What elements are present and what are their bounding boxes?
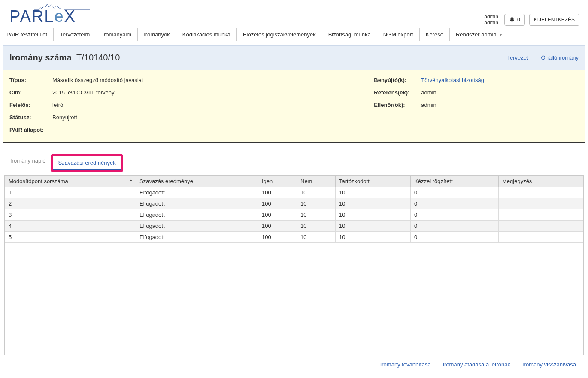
value-statusz: Benyújtott	[52, 114, 77, 121]
cell-nem: 10	[297, 221, 336, 232]
label-statusz: Státusz:	[9, 114, 52, 121]
cell-kezzel: 0	[411, 209, 499, 221]
cell-tart: 10	[336, 232, 411, 243]
cell-sorszam: 5	[5, 232, 136, 243]
cell-igen: 100	[258, 232, 297, 243]
col-tartozkodott[interactable]: Tartózkodott	[336, 176, 411, 187]
cell-megj	[499, 209, 583, 221]
col-modositopont-sorszama[interactable]: Módosítópont sorszáma▲	[5, 176, 136, 187]
col-megjegyzes[interactable]: Megjegyzés	[499, 176, 583, 187]
table-row[interactable]: 2Elfogadott10010100	[5, 198, 583, 209]
cell-nem: 10	[297, 209, 336, 221]
menu-pair-tesztfelulet[interactable]: PAIR tesztfelület	[0, 28, 54, 41]
cell-igen: 100	[258, 209, 297, 221]
cell-eredmeny: Elfogadott	[136, 198, 258, 209]
menu-elozetes-jogiszakvelemenyek[interactable]: Előzetes jogiszakvélemények	[237, 28, 322, 41]
action-iromany-visszahivasa[interactable]: Iromány visszahívása	[522, 361, 576, 368]
cell-sorszam: 1	[5, 187, 136, 198]
cell-kezzel: 0	[411, 221, 499, 232]
col-nem[interactable]: Nem	[297, 176, 336, 187]
highlight-ring: Szavazási eredmények	[51, 154, 123, 172]
cell-nem: 10	[297, 198, 336, 209]
cell-kezzel: 0	[411, 198, 499, 209]
tab-iromany-naplo[interactable]: Iromány napló	[5, 154, 51, 172]
menu-rendszer-admin[interactable]: Rendszer admin ▾	[450, 28, 508, 41]
table-row[interactable]: 5Elfogadott10010100	[5, 232, 583, 243]
user-role: admin	[484, 20, 498, 26]
value-felelos: leíró	[52, 102, 63, 108]
cell-igen: 100	[258, 198, 297, 209]
value-benyujto[interactable]: Törvényalkotási bizottság	[421, 77, 484, 83]
value-ellenor: admin	[421, 102, 436, 108]
cell-tart: 10	[336, 187, 411, 198]
cell-tart: 10	[336, 198, 411, 209]
info-panel: Típus:Második összegző módosító javaslat…	[3, 70, 585, 143]
table-row[interactable]: 4Elfogadott10010100	[5, 221, 583, 232]
info-col-left: Típus:Második összegző módosító javaslat…	[9, 77, 143, 133]
bell-icon	[509, 17, 515, 23]
cell-sorszam: 3	[5, 209, 136, 221]
cell-igen: 100	[258, 187, 297, 198]
table-row[interactable]: 1Elfogadott10010100	[5, 187, 583, 198]
header-panel: Iromány száma T/10140/10 Tervezet Önálló…	[3, 45, 585, 70]
topbar: PARLeX admin admin 0 KIJELENTKEZÉS	[0, 0, 588, 28]
label-ellenor: Ellenőr(ök):	[374, 102, 421, 108]
action-iromany-tovabbitasa[interactable]: Iromány továbbítása	[380, 361, 431, 368]
cell-nem: 10	[297, 187, 336, 198]
label-cim: Cím:	[9, 89, 52, 96]
cell-eredmeny: Elfogadott	[136, 187, 258, 198]
value-referens: admin	[421, 89, 436, 96]
menu-bizottsagi-munka[interactable]: Bizottsági munka	[322, 28, 377, 41]
table-row[interactable]: 3Elfogadott10010100	[5, 209, 583, 221]
logo[interactable]: PARLeX	[9, 2, 90, 26]
logout-button[interactable]: KIJELENTKEZÉS	[529, 14, 579, 26]
link-onallo-iromany[interactable]: Önálló iromány	[541, 54, 579, 61]
table-header-row: Módosítópont sorszáma▲ Szavazás eredmény…	[5, 176, 583, 187]
menu-tervezeteim[interactable]: Tervezeteim	[54, 28, 96, 41]
notifications-button[interactable]: 0	[504, 14, 525, 26]
cell-nem: 10	[297, 232, 336, 243]
page-title-label: Iromány száma	[9, 53, 72, 62]
action-iromany-atadasa-leironak[interactable]: Iromány átadása a leírónak	[443, 361, 510, 368]
cell-eredmeny: Elfogadott	[136, 232, 258, 243]
cell-igen: 100	[258, 221, 297, 232]
col-kezzel-rogzitett[interactable]: Kézzel rögzített	[411, 176, 499, 187]
link-tervezet[interactable]: Tervezet	[507, 54, 528, 61]
menu-kereso[interactable]: Kereső	[420, 28, 450, 41]
cell-sorszam: 4	[5, 221, 136, 232]
document-number: T/10140/10	[76, 53, 120, 62]
tab-szavazasi-eredmenyek[interactable]: Szavazási eredmények	[53, 156, 121, 170]
cell-kezzel: 0	[411, 187, 499, 198]
results-grid: Módosítópont sorszáma▲ Szavazás eredmény…	[4, 175, 584, 355]
subtabs: Iromány napló Szavazási eredmények	[3, 154, 585, 172]
label-pair-allapot: PAIR állapot:	[9, 127, 52, 133]
menu-ngm-export[interactable]: NGM export	[377, 28, 420, 41]
cell-megj	[499, 232, 583, 243]
page-title: Iromány száma T/10140/10	[9, 53, 120, 63]
cell-eredmeny: Elfogadott	[136, 221, 258, 232]
value-cim: 2015. évi CCVIII. törvény	[52, 89, 115, 96]
label-tipus: Típus:	[9, 77, 52, 83]
col-igen[interactable]: Igen	[258, 176, 297, 187]
cell-megj	[499, 198, 583, 209]
cell-megj	[499, 221, 583, 232]
user-block: admin admin	[484, 14, 498, 26]
cell-kezzel: 0	[411, 232, 499, 243]
chevron-down-icon: ▾	[500, 33, 502, 37]
notifications-count: 0	[517, 17, 520, 23]
label-benyujto: Benyújtó(k):	[374, 77, 421, 83]
col-szavazas-eredmenye[interactable]: Szavazás eredménye	[136, 176, 258, 187]
cell-eredmeny: Elfogadott	[136, 209, 258, 221]
cell-tart: 10	[336, 221, 411, 232]
label-referens: Referens(ek):	[374, 89, 421, 96]
label-felelos: Felelős:	[9, 102, 52, 108]
footer-actions: Iromány továbbítása Iromány átadása a le…	[3, 356, 585, 370]
menu-kodifikacios-munka[interactable]: Kodifikációs munka	[176, 28, 237, 41]
main-menu: PAIR tesztfelület Tervezeteim Irományaim…	[0, 28, 588, 41]
cell-tart: 10	[336, 209, 411, 221]
value-tipus: Második összegző módosító javaslat	[52, 77, 143, 83]
menu-iromanyok[interactable]: Irományok	[138, 28, 176, 41]
menu-iromanyaim[interactable]: Irományaim	[96, 28, 138, 41]
cell-megj	[499, 187, 583, 198]
menu-rendszer-admin-label: Rendszer admin	[456, 31, 497, 38]
